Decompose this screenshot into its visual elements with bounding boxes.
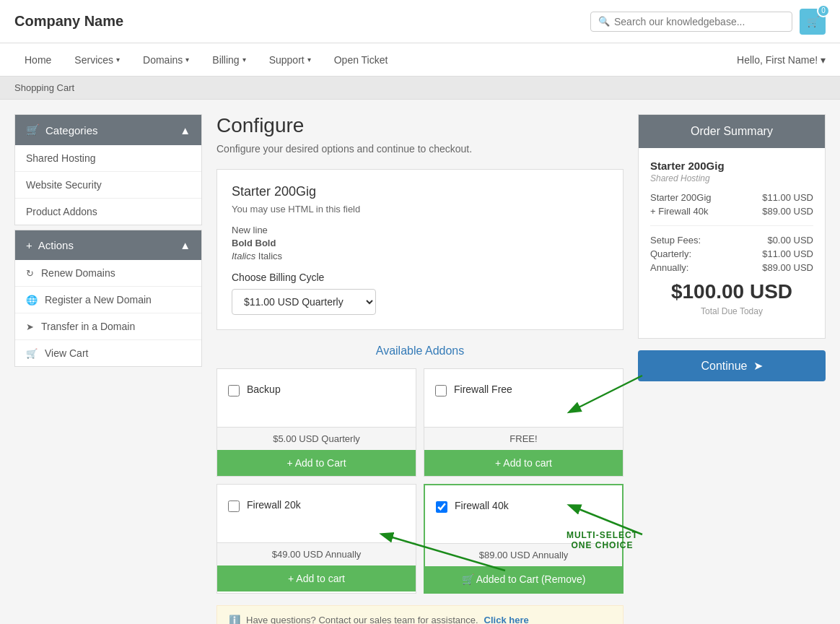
action-view-cart[interactable]: 🛒 View Cart (15, 340, 201, 366)
support-caret: ▾ (307, 56, 311, 64)
order-line-1: Starter 200Gig $11.00 USD (650, 192, 813, 203)
addon-name-firewall-free: Firewall Free (454, 384, 512, 395)
order-total-label: Total Due Today (650, 306, 813, 316)
addon-name-firewall-40k: Firewall 40k (455, 500, 509, 511)
product-desc: You may use HTML in this field (232, 204, 608, 214)
addon-price-firewall-free: FREE! (424, 427, 623, 450)
configure-subtitle: Configure your desired options and conti… (216, 143, 624, 155)
addon-name-backup: Backup (247, 384, 281, 395)
order-summary-card: Order Summary Starter 200Gig Shared Host… (638, 114, 826, 339)
nav-left: Home Services ▾ Domains ▾ Billing ▾ Supp… (14, 46, 398, 74)
sidebar-item-shared-hosting[interactable]: Shared Hosting (15, 145, 201, 172)
cart-badge: 0 (817, 4, 830, 17)
addon-add-firewall-free[interactable]: + Add to cart (424, 450, 623, 476)
nav-open-ticket[interactable]: Open Ticket (324, 46, 398, 74)
addons-grid: Backup $5.00 USD Quarterly + Add to Cart… (216, 368, 624, 594)
notice-text: Have questions? Contact our sales team f… (246, 615, 478, 624)
notice-link[interactable]: Click here (484, 615, 529, 624)
addon-card-firewall-free: Firewall Free FREE! + Add to cart (424, 368, 624, 477)
addon-add-firewall-20k[interactable]: + Add to cart (217, 566, 416, 592)
actions-header[interactable]: + Actions ▲ (15, 230, 201, 260)
categories-section: 🛒 Categories ▲ Shared Hosting Website Se… (14, 114, 202, 225)
addon-add-backup[interactable]: + Add to Cart (217, 450, 416, 476)
configure-section: Configure Configure your desired options… (216, 114, 624, 624)
order-summary-header: Order Summary (639, 115, 825, 148)
continue-button[interactable]: Continue ➤ (638, 350, 826, 381)
actions-section: + Actions ▲ ↻ Renew Domains 🌐 Register a… (14, 230, 202, 367)
addon-card-backup: Backup $5.00 USD Quarterly + Add to Cart (216, 368, 416, 477)
sidebar-item-website-security[interactable]: Website Security (15, 172, 201, 199)
addon-checkbox-firewall-free[interactable] (435, 385, 447, 396)
top-bar-right: 🔍 🛒 0 (590, 9, 826, 35)
order-summary: Order Summary Starter 200Gig Shared Host… (638, 114, 826, 624)
sidebar-item-product-addons[interactable]: Product Addons (15, 199, 201, 225)
order-product-type: Shared Hosting (650, 173, 813, 183)
addon-checkbox-firewall-40k[interactable] (436, 501, 447, 513)
nav-bar: Home Services ▾ Domains ▾ Billing ▾ Supp… (0, 43, 840, 77)
addons-title: Available Addons (216, 344, 624, 358)
notice-bar: ℹ️ Have questions? Contact our sales tea… (216, 605, 624, 624)
search-box: 🔍 (590, 12, 792, 32)
nav-domains[interactable]: Domains ▾ (133, 46, 199, 74)
order-quarterly-line: Quarterly: $11.00 USD (650, 248, 813, 259)
action-register-domain[interactable]: 🌐 Register a New Domain (15, 287, 201, 313)
action-renew-domains[interactable]: ↻ Renew Domains (15, 260, 201, 287)
product-name: Starter 200Gig (232, 184, 608, 199)
addon-price-firewall-40k: $89.00 USD Annually (425, 543, 622, 566)
product-card: Starter 200Gig You may use HTML in this … (216, 169, 624, 330)
order-line-2-value: $89.00 USD (762, 206, 813, 217)
addon-price-firewall-20k: $49.00 USD Annually (217, 542, 416, 566)
search-input[interactable] (614, 16, 784, 27)
addon-card-firewall-20k: Firewall 20k $49.00 USD Annually + Add t… (216, 484, 416, 594)
product-lines: New line Bold Bold Italics Italics (232, 225, 608, 261)
quarterly-value: $11.00 USD (762, 248, 813, 259)
product-line-1: New line (232, 225, 608, 235)
categories-label: Categories (45, 124, 98, 136)
product-line-2: Bold Bold (232, 238, 608, 248)
billing-label: Choose Billing Cycle (232, 272, 608, 283)
top-bar: Company Name 🔍 🛒 0 (0, 0, 840, 43)
order-summary-body: Starter 200Gig Shared Hosting Starter 20… (639, 148, 825, 338)
transfer-icon: ➤ (26, 321, 34, 332)
setup-label: Setup Fees: (650, 235, 701, 246)
setup-value: $0.00 USD (767, 235, 813, 246)
categories-collapse-icon: ▲ (180, 124, 191, 136)
categories-header[interactable]: 🛒 Categories ▲ (15, 115, 201, 145)
continue-arrow-icon: ➤ (753, 359, 763, 373)
annually-value: $89.00 USD (762, 262, 813, 273)
search-icon: 🔍 (598, 16, 610, 27)
product-line-3: Italics Italics (232, 251, 608, 261)
services-caret: ▾ (116, 56, 120, 64)
order-total: $100.00 USD (650, 280, 813, 303)
actions-label: Actions (38, 239, 74, 251)
cart-action-icon: 🛒 (26, 348, 38, 359)
greeting-caret: ▾ (821, 54, 826, 66)
order-line-1-label: Starter 200Gig (650, 192, 712, 203)
addon-checkbox-firewall-20k[interactable] (228, 500, 240, 512)
cart-button[interactable]: 🛒 0 (800, 9, 826, 35)
billing-caret: ▾ (242, 56, 246, 64)
nav-services[interactable]: Services ▾ (64, 46, 130, 74)
addon-checkbox-backup[interactable] (228, 385, 240, 396)
billing-select[interactable]: $11.00 USD Quarterly (232, 289, 376, 315)
action-transfer-domain[interactable]: ➤ Transfer in a Domain (15, 313, 201, 340)
actions-collapse-icon: ▲ (180, 239, 191, 251)
nav-greeting[interactable]: Hello, First Name! ▾ (737, 54, 826, 66)
order-product-name: Starter 200Gig (650, 160, 813, 172)
addon-name-firewall-20k: Firewall 20k (247, 499, 301, 511)
annually-label: Annually: (650, 262, 688, 273)
globe-icon: 🌐 (26, 295, 38, 306)
addon-price-backup: $5.00 USD Quarterly (217, 427, 416, 450)
order-setup-line: Setup Fees: $0.00 USD (650, 235, 813, 246)
info-icon: ℹ️ (229, 615, 240, 624)
company-name: Company Name (14, 13, 123, 30)
sidebar: 🛒 Categories ▲ Shared Hosting Website Se… (14, 114, 202, 624)
main-content: 🛒 Categories ▲ Shared Hosting Website Se… (0, 100, 840, 624)
cart-icon: 🛒 (26, 124, 40, 136)
nav-billing[interactable]: Billing ▾ (202, 46, 255, 74)
configure-title: Configure (216, 114, 624, 137)
nav-support[interactable]: Support ▾ (259, 46, 321, 74)
nav-home[interactable]: Home (14, 46, 61, 74)
order-line-2-label: + Firewall 40k (650, 206, 709, 217)
addon-add-firewall-40k[interactable]: 🛒 Added to Cart (Remove) (425, 566, 622, 592)
